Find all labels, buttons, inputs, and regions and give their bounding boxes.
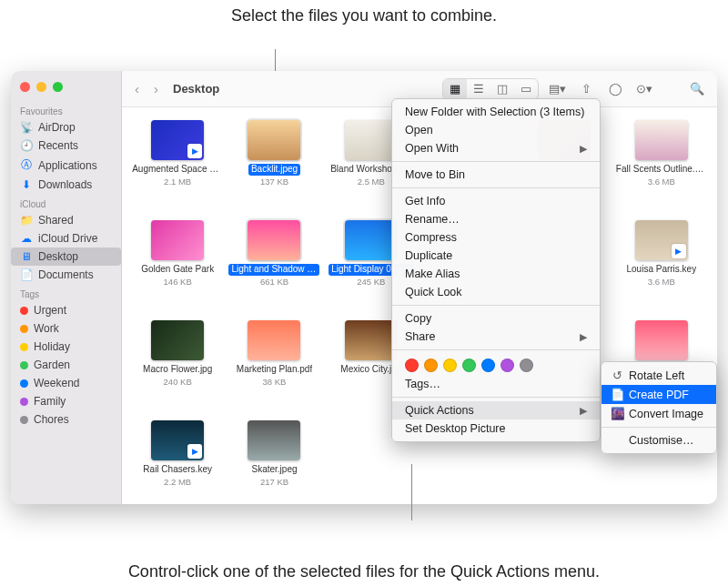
tag-color[interactable]	[462, 359, 476, 372]
chevron-right-icon: ▶	[580, 143, 587, 155]
sidebar-section-label: iCloud	[11, 194, 121, 211]
nav-forward[interactable]: ›	[150, 81, 162, 96]
sidebar-item-icloud-drive[interactable]: ☁︎iCloud Drive	[11, 229, 121, 248]
tag-color[interactable]	[520, 359, 533, 372]
tag-icon[interactable]: ◯	[604, 79, 626, 99]
submenu-separator	[602, 427, 716, 428]
quick-actions-submenu[interactable]: ↺Rotate Left📄Create PDF🌆Convert ImageCus…	[601, 361, 717, 454]
sidebar-item-icon: 📡	[20, 121, 33, 134]
file-size: 661 KB	[260, 277, 288, 287]
file-thumb	[345, 220, 398, 260]
context-menu-separator	[392, 305, 600, 306]
sidebar-item-applications[interactable]: ⒶApplications	[11, 155, 121, 176]
keynote-icon: ▶	[187, 144, 202, 158]
group-menu-icon[interactable]: ▤▾	[546, 79, 568, 99]
context-menu-label: Open With	[405, 142, 459, 155]
file-light-and-shadow-01-jpg[interactable]: Light and Shadow 01.jpg661 KB	[228, 220, 320, 315]
sidebar-item-icon: 📄	[20, 268, 33, 281]
file-thumb	[345, 120, 398, 160]
sidebar-item-recents[interactable]: 🕘Recents	[11, 136, 121, 155]
quick-action-convert-image[interactable]: 🌆Convert Image	[602, 404, 716, 423]
sidebar-item-weekend[interactable]: Weekend	[11, 374, 121, 392]
search-icon[interactable]: 🔍	[686, 79, 708, 99]
sidebar-item-work[interactable]: Work	[11, 319, 121, 338]
file-backlit-jpeg[interactable]: Backlit.jpeg137 KB	[228, 120, 320, 215]
close-dot[interactable]	[20, 82, 30, 92]
file-size: 2.1 MB	[164, 177, 191, 187]
view-icon[interactable]: ▦	[443, 79, 467, 99]
file-golden-gate-park[interactable]: Golden Gate Park146 KB	[131, 220, 224, 315]
context-menu-make-alias[interactable]: Make Alias	[392, 265, 600, 283]
file-fall-scents-outline-pages[interactable]: Fall Scents Outline.pages3.6 MB	[615, 120, 708, 215]
sidebar-section-label: Favourites	[11, 101, 121, 118]
sidebar-item-urgent[interactable]: Urgent	[11, 301, 121, 319]
context-menu-move-to-bin[interactable]: Move to Bin	[392, 166, 600, 184]
context-menu-quick-look[interactable]: Quick Look	[392, 283, 600, 301]
context-menu-tags[interactable]: Tags…	[392, 375, 600, 393]
context-menu-copy[interactable]: Copy	[392, 309, 600, 328]
file-name: Macro Flower.jpg	[143, 364, 212, 376]
sidebar-item-documents[interactable]: 📄Documents	[11, 266, 121, 284]
file-louisa-parris-key[interactable]: ▶Louisa Parris.key3.6 MB	[615, 220, 708, 315]
minimize-dot[interactable]	[36, 82, 46, 92]
context-menu-open-with[interactable]: Open With▶	[392, 139, 600, 157]
sidebar-item-label: Documents	[38, 268, 94, 281]
context-menu[interactable]: New Folder with Selection (3 Items)OpenO…	[391, 98, 601, 442]
quick-action-customise[interactable]: Customise…	[602, 431, 716, 450]
sidebar-item-family[interactable]: Family	[11, 392, 121, 410]
tag-color[interactable]	[500, 359, 514, 372]
context-menu-open[interactable]: Open	[392, 121, 600, 139]
file-marketing-plan-pdf[interactable]: Marketing Plan.pdf38 KB	[228, 320, 320, 415]
zoom-dot[interactable]	[53, 82, 63, 92]
context-menu-tag-colors[interactable]	[392, 354, 600, 375]
sidebar-item-label: Downloads	[38, 178, 92, 191]
sidebar-item-label: Work	[34, 322, 59, 335]
context-menu-label: Move to Bin	[405, 168, 465, 181]
file-name: Golden Gate Park	[141, 264, 214, 276]
sidebar-item-icon: ☁︎	[20, 232, 33, 245]
context-menu-get-info[interactable]: Get Info	[392, 192, 600, 210]
file-augmented-space-r-ined-key[interactable]: ▶Augmented Space R…ined.key2.1 MB	[131, 120, 224, 215]
sidebar-item-icon: Ⓐ	[20, 157, 33, 173]
tag-color[interactable]	[424, 359, 438, 372]
quick-action-label: Convert Image	[629, 408, 703, 420]
tag-dot	[20, 343, 28, 351]
sidebar-item-icon: 📁	[20, 214, 33, 227]
file-skater-jpeg[interactable]: Skater.jpeg217 KB	[228, 420, 320, 504]
context-menu-separator	[392, 349, 600, 350]
sidebar-item-airdrop[interactable]: 📡AirDrop	[11, 118, 121, 136]
sidebar-item-shared[interactable]: 📁Shared	[11, 211, 121, 229]
context-menu-quick-actions[interactable]: Quick Actions▶	[392, 401, 600, 419]
context-menu-share[interactable]: Share▶	[392, 328, 600, 346]
share-icon[interactable]: ⇧	[575, 79, 597, 99]
tag-color[interactable]	[405, 359, 419, 372]
sidebar-item-chores[interactable]: Chores	[11, 410, 121, 429]
tag-color[interactable]	[443, 359, 457, 372]
context-menu-compress[interactable]: Compress	[392, 228, 600, 247]
sidebar-item-holiday[interactable]: Holiday	[11, 338, 121, 356]
tag-color[interactable]	[481, 359, 495, 372]
view-list[interactable]: ☰	[467, 79, 490, 99]
file-size: 2.5 MB	[358, 177, 385, 187]
file-size: 146 KB	[164, 277, 192, 287]
quick-action-create-pdf[interactable]: 📄Create PDF	[602, 385, 716, 404]
file-macro-flower-jpg[interactable]: Macro Flower.jpg240 KB	[131, 320, 224, 415]
quick-action-label: Rotate Left	[629, 369, 684, 382]
more-icon[interactable]: ⊙▾	[633, 79, 655, 99]
view-column[interactable]: ◫	[490, 79, 514, 99]
sidebar-item-desktop[interactable]: 🖥Desktop	[11, 248, 121, 266]
sidebar-item-garden[interactable]: Garden	[11, 356, 121, 374]
view-switcher[interactable]: ▦ ☰ ◫ ▭	[442, 78, 539, 100]
sidebar-item-downloads[interactable]: ⬇︎Downloads	[11, 176, 121, 194]
context-menu-new-folder-with-selection-3-items[interactable]: New Folder with Selection (3 Items)	[392, 103, 600, 121]
quick-action-rotate-left[interactable]: ↺Rotate Left	[602, 366, 716, 385]
context-menu-set-desktop-picture[interactable]: Set Desktop Picture	[392, 419, 600, 438]
file-rail-chasers-key[interactable]: ▶Rail Chasers.key2.2 MB	[131, 420, 224, 504]
context-menu-label: Make Alias	[405, 268, 460, 280]
context-menu-rename[interactable]: Rename…	[392, 210, 600, 228]
context-menu-duplicate[interactable]: Duplicate	[392, 247, 600, 265]
view-gallery[interactable]: ▭	[514, 79, 538, 99]
callout-line-bottom	[411, 464, 412, 520]
chevron-right-icon: ▶	[580, 331, 587, 343]
nav-back[interactable]: ‹	[131, 81, 143, 96]
